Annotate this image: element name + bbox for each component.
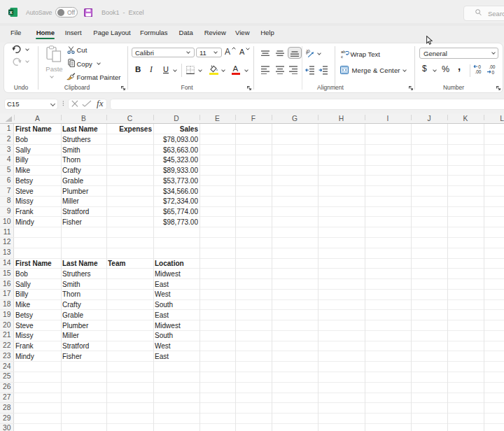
- svg-text:ab: ab: [306, 49, 311, 55]
- svg-text:0: 0: [492, 70, 495, 74]
- svg-text:0: 0: [478, 64, 481, 69]
- svg-text:.00: .00: [489, 64, 495, 69]
- svg-text:.00: .00: [475, 69, 481, 74]
- svg-text:c: c: [341, 55, 343, 59]
- svg-text:ab: ab: [341, 50, 346, 54]
